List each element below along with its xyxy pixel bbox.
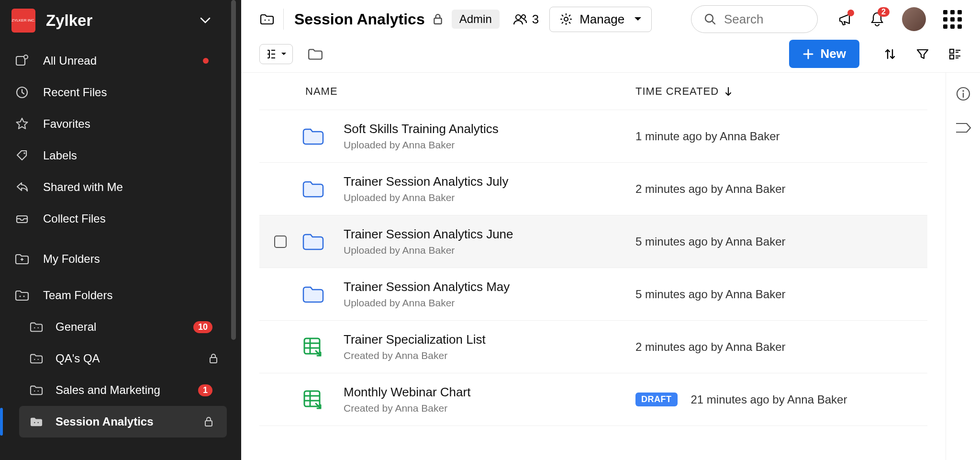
sidebar-item-label: QA's QA	[56, 352, 204, 365]
row-subtitle: Created by Anna Baker	[344, 350, 635, 361]
row-time: 2 minutes ago by Anna Baker	[635, 182, 927, 196]
sheet-icon	[301, 337, 340, 358]
sidebar-item-label: Sales and Marketing	[56, 383, 198, 397]
manage-label: Manage	[579, 12, 624, 27]
sidebar-item-shared-with-me[interactable]: Shared with Me	[0, 171, 232, 203]
people-icon	[513, 13, 527, 25]
row-subtitle: Uploaded by Anna Baker	[344, 297, 635, 309]
column-header-name[interactable]: NAME	[301, 85, 635, 98]
filter-button[interactable]	[916, 47, 929, 61]
caret-down-icon	[281, 52, 287, 56]
sort-button[interactable]	[883, 47, 897, 61]
svg-rect-19	[434, 18, 441, 24]
sidebar-item-session-analytics[interactable]: Session Analytics	[19, 406, 227, 438]
team-folder-icon	[28, 415, 45, 428]
svg-point-1	[24, 55, 28, 59]
table-header: NAME TIME CREATED	[259, 73, 927, 110]
team-folder-icon	[28, 321, 45, 333]
sidebar-item-my-folders[interactable]: My Folders	[0, 243, 232, 275]
folder-icon	[301, 285, 340, 304]
row-subtitle: Uploaded by Anna Baker	[344, 192, 635, 203]
topbar: Session Analytics Admin 3 Manage	[241, 0, 980, 38]
row-title: Monthly Webinar Chart	[344, 385, 635, 400]
folder-nav-icon[interactable]	[307, 47, 323, 61]
sidebar-item-general[interactable]: General 10	[0, 311, 232, 343]
tree-view-icon	[266, 48, 277, 60]
table-row[interactable]: Soft Skills Training AnalyticsUploaded b…	[259, 110, 927, 163]
row-subtitle: Uploaded by Anna Baker	[344, 139, 635, 151]
folder-icon	[301, 180, 340, 199]
clock-icon	[13, 85, 31, 100]
new-button[interactable]: New	[789, 40, 859, 68]
table-row[interactable]: Trainer Session Analytics JuneUploaded b…	[259, 215, 927, 268]
sidebar-item-favorites[interactable]: Favorites	[0, 108, 232, 140]
gear-icon	[559, 12, 573, 26]
org-switcher[interactable]: ZYLKER INC. Zylker	[0, 0, 232, 41]
file-list: NAME TIME CREATED Soft Skills Training A…	[241, 73, 946, 460]
member-count-value: 3	[532, 12, 539, 27]
role-chip: Admin	[452, 10, 500, 29]
view-mode-toggle[interactable]	[259, 44, 293, 64]
org-logo: ZYLKER INC.	[11, 9, 35, 33]
svg-point-17	[265, 20, 266, 21]
toolbar: New	[241, 38, 980, 73]
sidebar-item-team-folders[interactable]: Team Folders	[0, 280, 232, 311]
announcements-button[interactable]	[837, 11, 852, 27]
row-time: 1 minute ago by Anna Baker	[635, 130, 927, 143]
main-content: Session Analytics Admin 3 Manage	[241, 0, 980, 460]
table-row[interactable]: Trainer Session Analytics MayUploaded by…	[259, 268, 927, 321]
notifications-button[interactable]: 2	[869, 11, 885, 27]
svg-point-9	[34, 359, 35, 360]
sidebar-item-label: Labels	[43, 149, 218, 162]
folder-icon	[301, 232, 340, 251]
avatar[interactable]	[902, 7, 926, 31]
sidebar-item-collect-files[interactable]: Collect Files	[0, 203, 232, 235]
row-time: 5 minutes ago by Anna Baker	[635, 235, 927, 248]
svg-point-21	[522, 15, 525, 19]
breadcrumb-root-icon[interactable]	[259, 12, 275, 26]
svg-point-14	[34, 422, 35, 423]
sidebar-scrollbar[interactable]	[231, 0, 236, 460]
row-title: Soft Skills Training Analytics	[344, 122, 635, 136]
team-folder-icon	[28, 384, 45, 396]
sidebar-item-sales-and-marketing[interactable]: Sales and Marketing 1	[0, 374, 232, 406]
inbox-icon	[13, 212, 31, 226]
sidebar-item-label: My Folders	[43, 252, 218, 266]
table-row[interactable]: Trainer Session Analytics JulyUploaded b…	[259, 163, 927, 215]
scrollbar-thumb[interactable]	[231, 0, 236, 340]
layout-options-button[interactable]	[948, 47, 962, 61]
tag-button[interactable]	[955, 122, 971, 134]
folder-icon	[301, 127, 340, 146]
sidebar-item-all-unread[interactable]: All Unread	[0, 45, 232, 77]
svg-point-13	[38, 391, 39, 392]
team-folder-icon	[28, 352, 45, 365]
sidebar-item-label: Shared with Me	[43, 180, 218, 194]
sidebar-item-label: All Unread	[43, 54, 203, 67]
column-header-time[interactable]: TIME CREATED	[635, 85, 927, 98]
row-time: 2 minutes ago by Anna Baker	[635, 340, 927, 354]
row-checkbox[interactable]	[274, 236, 287, 248]
search-box[interactable]	[691, 5, 818, 33]
sidebar-item-labels[interactable]: Labels	[0, 140, 232, 171]
row-time: DRAFT21 minutes ago by Anna Baker	[635, 393, 927, 406]
svg-point-3	[23, 152, 25, 154]
svg-point-29	[962, 90, 964, 92]
svg-point-5	[20, 296, 21, 297]
search-input[interactable]	[724, 12, 805, 27]
manage-button[interactable]: Manage	[549, 7, 652, 32]
sidebar-item-recent-files[interactable]: Recent Files	[0, 77, 232, 108]
share-back-icon	[13, 180, 31, 194]
apps-menu-icon[interactable]	[943, 10, 962, 29]
row-subtitle: Created by Anna Baker	[344, 403, 635, 414]
count-badge: 10	[193, 321, 212, 333]
svg-point-10	[38, 359, 39, 360]
member-count[interactable]: 3	[513, 12, 539, 27]
info-button[interactable]	[956, 86, 971, 101]
svg-rect-24	[950, 49, 954, 53]
sidebar-item-qas-qa[interactable]: QA's QA	[0, 343, 232, 374]
svg-point-15	[38, 422, 39, 423]
table-row[interactable]: Monthly Webinar ChartCreated by Anna Bak…	[259, 373, 927, 426]
sidebar-item-label: Team Folders	[43, 289, 218, 302]
table-row[interactable]: Trainer Specialization ListCreated by An…	[259, 321, 927, 373]
svg-rect-16	[205, 421, 212, 426]
